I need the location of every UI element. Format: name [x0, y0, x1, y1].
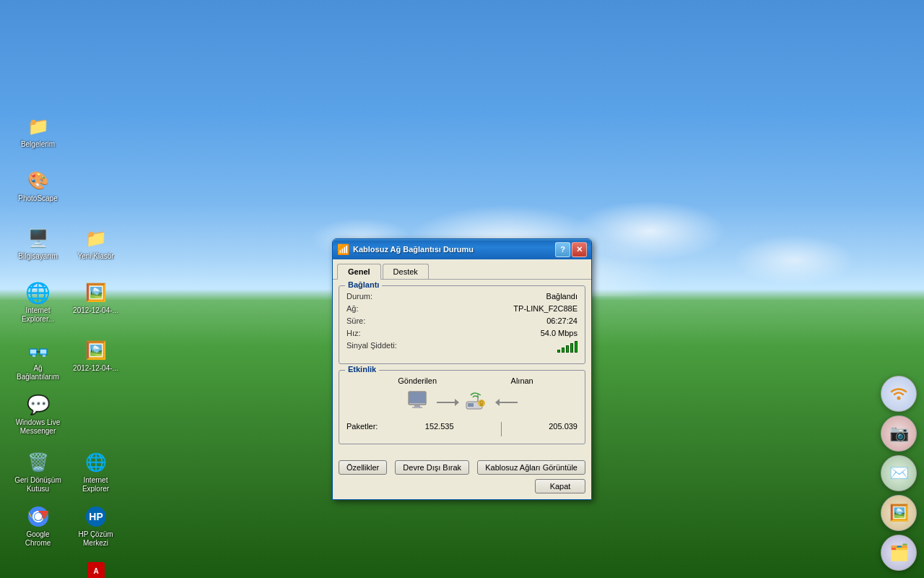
durum-row: Durum: Bağlandı: [346, 292, 578, 301]
adobe-icon: A: [84, 559, 108, 578]
photo-dock-icon[interactable]: 📷: [881, 415, 917, 452]
svg-point-15: [897, 397, 901, 400]
icon-file1[interactable]: 🖼️ 2012-12-04-...: [69, 278, 123, 318]
divider: [501, 422, 502, 436]
hp-label: HP Çözüm Merkezi: [71, 530, 120, 548]
desktop-icons-area: 📁 Belgelerim 🎨 PhotoScape 🖥️ Bilgisayarı…: [11, 112, 126, 574]
svg-text:HP: HP: [89, 511, 103, 522]
signal-bar-5: [575, 341, 578, 353]
signal-bar-3: [566, 345, 569, 353]
icon-belgelerim[interactable]: 📁 Belgelerim: [11, 112, 65, 152]
dialog-buttons-row2: Kapat: [333, 479, 591, 499]
belgelerim-label: Belgelerim: [21, 140, 55, 149]
photo2-dock-icon[interactable]: 🖼️: [881, 495, 917, 531]
belgelerim-icon: 📁: [27, 115, 50, 138]
ag-row: Ağ: TP-LINK_F2C88E: [346, 304, 578, 313]
svg-rect-1: [30, 350, 36, 353]
icon-adobe-reader[interactable]: A Adobe Reader 8: [69, 556, 123, 578]
hiz-value: 54.0 Mbps: [541, 329, 578, 337]
mail-dock-icon[interactable]: ✉️: [881, 455, 917, 491]
tab-destek[interactable]: Destek: [383, 264, 429, 279]
sure-label: Süre:: [346, 316, 365, 325]
paketler-label: Paketler:: [346, 422, 378, 436]
ag-label: Ağ:: [346, 304, 359, 313]
durum-label: Durum:: [346, 292, 372, 301]
computer-left-icon: [407, 390, 433, 415]
messenger-label: Windows Live Messenger: [14, 418, 62, 436]
svg-text:A: A: [93, 567, 98, 575]
ag-value: TP-LINK_F2C88E: [513, 304, 578, 313]
ozellikler-button[interactable]: Özellikler: [339, 460, 387, 475]
dialog-content: Bağlantı Durum: Bağlandı Ağ: TP-LINK_F2C…: [333, 279, 591, 456]
svg-rect-2: [32, 355, 35, 357]
ie2-label: Internet Explorer: [71, 476, 120, 493]
wifi-dock-icon[interactable]: [881, 376, 917, 412]
bilgisayarim-label: Bilgisayarım: [18, 252, 57, 261]
svg-rect-18: [414, 405, 420, 407]
sure-row: Süre: 06:27:24: [346, 316, 578, 325]
icon-photoscape[interactable]: 🎨 PhotoScape: [11, 166, 65, 206]
icon-ag-baglantilari[interactable]: Ağ Bağlantılarım: [11, 336, 65, 384]
dialog-buttons-row1: Özellikler Devre Dışı Bırak Kablosuz Ağl…: [333, 456, 591, 479]
connection-group: Bağlantı Durum: Bağlandı Ağ: TP-LINK_F2C…: [339, 285, 585, 364]
file-dock-icon[interactable]: 🗂️: [881, 535, 917, 571]
close-button[interactable]: ✕: [572, 242, 587, 257]
icon-geri-donusum[interactable]: 🗑️ Geri Dönüşüm Kutusu: [11, 448, 65, 496]
folder-label: Yeni Klasör: [77, 252, 113, 261]
help-button[interactable]: ?: [555, 242, 570, 257]
file1-icon: 🖼️: [84, 281, 108, 304]
svg-rect-24: [480, 403, 483, 406]
tab-strip: Genel Destek: [333, 259, 591, 279]
svg-rect-17: [409, 392, 425, 403]
gonderilen-value: 152.535: [425, 422, 454, 436]
desktop: 📁 Belgelerim 🎨 PhotoScape 🖥️ Bilgisayarı…: [0, 0, 924, 578]
title-bar-icon: 📶: [337, 243, 349, 255]
messenger-icon: 💬: [27, 393, 50, 416]
icon-bilgisayarim[interactable]: 🖥️ Bilgisayarım: [11, 224, 65, 264]
title-bar: 📶 Kablosuz Ağ Bağlantısı Durumu ? ✕: [333, 239, 591, 259]
icon-windows-live-messenger[interactable]: 💬 Windows Live Messenger: [11, 390, 65, 439]
svg-point-10: [35, 513, 42, 520]
ie-label: Internet Explorer...: [14, 306, 62, 324]
ag-label: Ağ Bağlantılarım: [14, 364, 62, 381]
signal-bar-4: [570, 343, 573, 353]
icon-internet-explorer[interactable]: 🌐 Internet Explorer...: [11, 278, 65, 327]
icon-hp-cozum[interactable]: HP HP Çözüm Merkezi: [69, 502, 123, 551]
durum-value: Bağlandı: [546, 292, 578, 301]
folder-icon: 📁: [84, 227, 108, 250]
hp-icon: HP: [84, 505, 108, 528]
title-bar-text: Kablosuz Ağ Bağlantısı Durumu: [353, 245, 552, 254]
sinyal-row: Sinyal Şiddeti:: [346, 341, 578, 353]
svg-rect-19: [412, 407, 422, 408]
recycle-label: Geri Dönüşüm Kutusu: [14, 476, 62, 493]
network-diagram: [407, 389, 518, 416]
svg-rect-4: [40, 350, 46, 353]
svg-rect-22: [477, 394, 479, 402]
kapat-button[interactable]: Kapat: [535, 479, 585, 493]
activity-section: Gönderilen Alınan: [346, 376, 578, 436]
right-dock: 📷 ✉️ 🖼️ 🗂️: [881, 376, 917, 571]
photoscape-icon: 🎨: [27, 169, 50, 192]
ie-icon: 🌐: [27, 281, 50, 304]
icon-yeni-klasor[interactable]: 📁 Yeni Klasör: [69, 224, 123, 264]
alinan-value: 205.039: [549, 422, 578, 436]
ag-icon: [27, 339, 50, 362]
ie2-icon: 🌐: [84, 451, 108, 474]
connection-group-label: Bağlantı: [345, 280, 382, 289]
icon-file2[interactable]: 🖼️ 2012-12-04-...: [69, 336, 123, 376]
hiz-row: Hız: 54.0 Mbps: [346, 329, 578, 337]
file1-label: 2012-12-04-...: [73, 306, 118, 315]
recycle-icon: 🗑️: [27, 451, 50, 474]
kablosuz-aglar-button[interactable]: Kablosuz Ağları Görüntüle: [477, 460, 585, 475]
gonderilen-top-label: Gönderilen: [398, 376, 437, 385]
activity-group: Etkinlik Gönderilen Alınan: [339, 370, 585, 444]
tab-genel[interactable]: Genel: [337, 264, 381, 280]
icon-google-chrome[interactable]: Google Chrome: [11, 502, 65, 551]
chrome-label: Google Chrome: [14, 530, 62, 548]
devre-disi-button[interactable]: Devre Dışı Bırak: [395, 460, 469, 475]
icon-internet-explorer-2[interactable]: 🌐 Internet Explorer: [69, 448, 123, 496]
sure-value: 06:27:24: [546, 316, 578, 325]
title-bar-buttons: ? ✕: [555, 242, 587, 257]
activity-group-label: Etkinlik: [345, 365, 379, 374]
svg-rect-21: [468, 403, 474, 407]
